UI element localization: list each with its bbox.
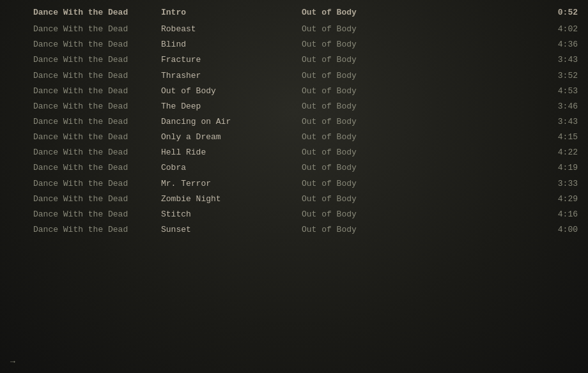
track-empty	[429, 38, 539, 51]
track-duration: 3:43	[539, 54, 578, 66]
track-album: Out of Body	[302, 146, 429, 159]
track-artist: Dance With the Dead	[33, 224, 161, 236]
table-row[interactable]: Dance With the DeadOut of BodyOut of Bod…	[0, 84, 588, 99]
track-title: Zombie Night	[161, 193, 302, 206]
table-row[interactable]: Dance With the DeadSunsetOut of Body4:00	[0, 222, 588, 238]
track-duration: 4:22	[539, 146, 578, 159]
table-row[interactable]: Dance With the DeadOnly a DreamOut of Bo…	[0, 130, 588, 145]
track-artist: Dance With the Dead	[33, 116, 161, 128]
track-artist: Dance With the Dead	[33, 178, 161, 190]
track-artist: Dance With the Dead	[33, 162, 161, 174]
track-album: Out of Body	[302, 70, 429, 82]
table-row[interactable]: Dance With the DeadBlindOut of Body4:36	[0, 37, 588, 52]
track-album: Out of Body	[302, 131, 429, 144]
track-title: Mr. Terror	[161, 178, 302, 190]
table-row[interactable]: Dance With the DeadThrasherOut of Body3:…	[0, 68, 588, 84]
track-album: Out of Body	[302, 193, 429, 206]
track-empty	[429, 146, 539, 159]
track-album: Out of Body	[302, 38, 429, 51]
track-empty	[429, 85, 539, 98]
track-duration: 3:33	[539, 178, 578, 190]
track-artist: Dance With the Dead	[33, 131, 161, 144]
track-title: Cobra	[161, 162, 302, 174]
header-artist: Dance With the Dead	[33, 6, 161, 19]
track-title: Hell Ride	[161, 146, 302, 159]
track-empty	[429, 70, 539, 82]
track-artist: Dance With the Dead	[33, 85, 161, 98]
track-duration: 4:02	[539, 23, 578, 36]
track-artist: Dance With the Dead	[33, 208, 161, 221]
track-artist: Dance With the Dead	[33, 100, 161, 113]
track-title: Thrasher	[161, 70, 302, 82]
track-artist: Dance With the Dead	[33, 70, 161, 82]
header-album: Out of Body	[302, 6, 429, 19]
track-duration: 4:15	[539, 131, 578, 144]
table-row[interactable]: Dance With the DeadThe DeepOut of Body3:…	[0, 99, 588, 114]
track-title: Stitch	[161, 208, 302, 221]
track-empty	[429, 224, 539, 236]
table-row[interactable]: Dance With the DeadStitchOut of Body4:16	[0, 207, 588, 222]
header-title: Intro	[161, 6, 302, 19]
track-album: Out of Body	[302, 116, 429, 128]
table-row[interactable]: Dance With the DeadFractureOut of Body3:…	[0, 52, 588, 68]
table-row[interactable]: Dance With the DeadHell RideOut of Body4…	[0, 145, 588, 160]
track-duration: 3:46	[539, 100, 578, 113]
track-title: Robeast	[161, 23, 302, 36]
table-row[interactable]: Dance With the DeadDancing on AirOut of …	[0, 114, 588, 130]
track-empty	[429, 193, 539, 206]
track-title: Only a Dream	[161, 131, 302, 144]
track-empty	[429, 208, 539, 221]
track-album: Out of Body	[302, 162, 429, 174]
track-title: Fracture	[161, 54, 302, 66]
arrow-indicator: →	[10, 357, 15, 367]
track-duration: 4:00	[539, 224, 578, 236]
track-list: Dance With the Dead Intro Out of Body 0:…	[0, 0, 588, 243]
track-duration: 3:43	[539, 116, 578, 128]
table-row[interactable]: Dance With the DeadZombie NightOut of Bo…	[0, 192, 588, 207]
track-empty	[429, 131, 539, 144]
track-album: Out of Body	[302, 85, 429, 98]
track-empty	[429, 162, 539, 174]
header-duration: 0:52	[539, 6, 578, 19]
track-duration: 4:19	[539, 162, 578, 174]
track-empty	[429, 178, 539, 190]
track-artist: Dance With the Dead	[33, 23, 161, 36]
track-duration: 4:16	[539, 208, 578, 221]
track-title: Sunset	[161, 224, 302, 236]
track-duration: 3:52	[539, 70, 578, 82]
track-artist: Dance With the Dead	[33, 146, 161, 159]
track-album: Out of Body	[302, 178, 429, 190]
track-album: Out of Body	[302, 100, 429, 113]
track-duration: 4:36	[539, 38, 578, 51]
track-album: Out of Body	[302, 23, 429, 36]
table-row[interactable]: Dance With the DeadMr. TerrorOut of Body…	[0, 176, 588, 192]
track-empty	[429, 54, 539, 66]
track-empty	[429, 116, 539, 128]
track-album: Out of Body	[302, 208, 429, 221]
track-artist: Dance With the Dead	[33, 38, 161, 51]
table-row[interactable]: Dance With the DeadRobeastOut of Body4:0…	[0, 22, 588, 37]
track-duration: 4:29	[539, 193, 578, 206]
track-title: The Deep	[161, 100, 302, 113]
track-list-header: Dance With the Dead Intro Out of Body 0:…	[0, 5, 588, 20]
track-album: Out of Body	[302, 224, 429, 236]
track-artist: Dance With the Dead	[33, 54, 161, 66]
track-duration: 4:53	[539, 85, 578, 98]
track-empty	[429, 100, 539, 113]
track-title: Blind	[161, 38, 302, 51]
track-title: Dancing on Air	[161, 116, 302, 128]
track-empty	[429, 23, 539, 36]
header-empty	[429, 6, 539, 19]
track-title: Out of Body	[161, 85, 302, 98]
track-album: Out of Body	[302, 54, 429, 66]
track-artist: Dance With the Dead	[33, 193, 161, 206]
table-row[interactable]: Dance With the DeadCobraOut of Body4:19	[0, 160, 588, 176]
